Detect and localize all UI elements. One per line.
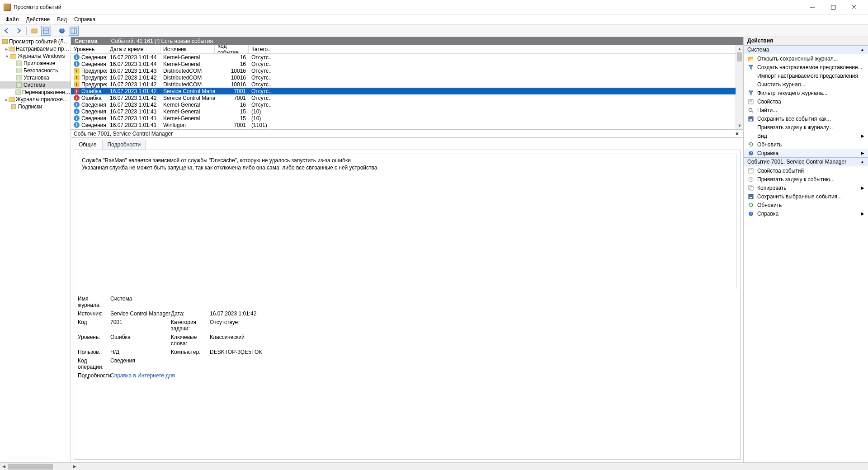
cell-level: Сведения bbox=[81, 61, 106, 67]
blank-icon bbox=[747, 132, 755, 140]
tree-setup[interactable]: Установка bbox=[0, 74, 71, 81]
cell-level: Сведения bbox=[81, 115, 106, 122]
back-button[interactable] bbox=[2, 26, 12, 36]
event-grid[interactable]: Уровень Дата и время Источник Код событи… bbox=[71, 45, 736, 129]
action-attach-task-log[interactable]: Привязать задачу к журналу... bbox=[744, 123, 868, 132]
table-row[interactable]: iСведения16.07.2023 1:01:42Kernel-Genera… bbox=[71, 101, 736, 108]
action-pane-button[interactable] bbox=[69, 26, 79, 36]
menu-file[interactable]: Файл bbox=[3, 15, 22, 24]
cell-level: Сведения bbox=[81, 122, 106, 128]
tree-system[interactable]: Система bbox=[0, 81, 71, 89]
svg-rect-19 bbox=[9, 98, 15, 102]
tree-horizontal-scrollbar[interactable]: ◀ ▶ bbox=[0, 462, 868, 470]
table-row[interactable]: iСведения16.07.2023 1:01:44Kernel-Genera… bbox=[71, 61, 736, 67]
log-icon bbox=[15, 75, 23, 81]
col-source[interactable]: Источник bbox=[160, 45, 215, 53]
action-find[interactable]: Найти... bbox=[744, 106, 868, 114]
action-save-all-events[interactable]: Сохранить все события как... bbox=[744, 114, 868, 123]
close-button[interactable] bbox=[844, 0, 864, 14]
minimize-button[interactable] bbox=[802, 0, 823, 14]
col-event-id[interactable]: Код события bbox=[215, 45, 249, 53]
copy-icon bbox=[747, 184, 755, 192]
grid-scrollbar[interactable]: ▲ ▼ bbox=[736, 45, 743, 129]
col-category[interactable]: Катего... bbox=[249, 45, 271, 53]
action-clear-log[interactable]: Очистить журнал... bbox=[744, 80, 868, 89]
action-filter-current-log[interactable]: Фильтр текущего журнала... bbox=[744, 89, 868, 97]
action-event-properties[interactable]: Свойства событий bbox=[744, 166, 868, 175]
action-save-selected[interactable]: Сохранить выбранные события... bbox=[744, 192, 868, 201]
tree-custom-views[interactable]: ▸ Настраиваемые представл bbox=[0, 45, 71, 52]
maximize-button[interactable] bbox=[823, 0, 844, 14]
grid-header[interactable]: Уровень Дата и время Источник Код событи… bbox=[71, 45, 736, 54]
tree-security[interactable]: Безопасность bbox=[0, 67, 71, 74]
table-row[interactable]: !Ошибка16.07.2023 1:01:42Service Control… bbox=[71, 94, 736, 101]
prop-value: Система bbox=[110, 296, 736, 308]
scroll-down-icon[interactable]: ▼ bbox=[736, 122, 743, 129]
tree-root[interactable]: Просмотр событий (Локальн bbox=[0, 38, 71, 45]
col-datetime[interactable]: Дата и время bbox=[107, 45, 160, 53]
expander-icon[interactable]: ▸ bbox=[5, 47, 9, 52]
level-icon: ! bbox=[74, 88, 80, 94]
scroll-thumb[interactable] bbox=[8, 464, 53, 470]
svg-point-24 bbox=[749, 108, 752, 111]
table-row[interactable]: iСведения16.07.2023 1:01:44Kernel-Genera… bbox=[71, 54, 736, 61]
menu-view[interactable]: Вид bbox=[54, 15, 70, 24]
arrow-right-icon: ▶ bbox=[861, 150, 864, 155]
cell-event-id: 7001 bbox=[215, 95, 249, 101]
cell-source: Winlogon bbox=[160, 122, 215, 128]
action-help-event[interactable]: ?Справка▶ bbox=[744, 209, 868, 218]
expander-icon[interactable]: ▸ bbox=[5, 97, 9, 102]
tree-application[interactable]: Приложение bbox=[0, 60, 71, 67]
tree-apps-services[interactable]: ▸ Журналы приложений и сл bbox=[0, 96, 71, 103]
table-row[interactable]: !Ошибка16.07.2023 1:01:42Service Control… bbox=[71, 88, 736, 94]
scroll-up-icon[interactable]: ▲ bbox=[736, 45, 743, 52]
table-row[interactable]: !Предупреж...16.07.2023 1:01:43Distribut… bbox=[71, 67, 736, 74]
tab-general[interactable]: Общие bbox=[74, 140, 101, 150]
scroll-right-icon[interactable]: ▶ bbox=[71, 464, 79, 469]
level-icon: i bbox=[74, 108, 80, 114]
actions-group-event[interactable]: Событие 7001, Service Control Manager▲ bbox=[744, 157, 868, 166]
tree-windows-logs[interactable]: ▾ Журналы Windows bbox=[0, 52, 71, 60]
properties-icon bbox=[747, 167, 755, 174]
action-refresh-event[interactable]: Обновить bbox=[744, 201, 868, 209]
action-create-custom-view[interactable]: Создать настраиваемое представление... bbox=[744, 63, 868, 71]
navigation-tree[interactable]: Просмотр событий (Локальн ▸ Настраиваемы… bbox=[0, 37, 71, 462]
action-import-custom-view[interactable]: Импорт настраиваемого представления bbox=[744, 71, 868, 80]
level-icon: i bbox=[74, 61, 80, 67]
table-row[interactable]: !Предупреж...16.07.2023 1:01:42Distribut… bbox=[71, 81, 736, 88]
forward-button[interactable] bbox=[14, 26, 24, 36]
actions-group-system[interactable]: Система▲ bbox=[744, 45, 868, 54]
folder-icon bbox=[9, 53, 17, 59]
show-hide-tree-button[interactable] bbox=[29, 26, 39, 36]
menu-bar: Файл Действие Вид Справка bbox=[0, 14, 868, 24]
action-copy[interactable]: Копировать▶ bbox=[744, 183, 868, 192]
scroll-thumb[interactable] bbox=[737, 52, 742, 61]
expander-icon[interactable]: ▾ bbox=[5, 54, 9, 59]
tree-forwarded[interactable]: Перенаправленные соб bbox=[0, 89, 71, 96]
col-level[interactable]: Уровень bbox=[71, 45, 107, 53]
action-attach-task-event[interactable]: Привязать задачу к событию... bbox=[744, 175, 868, 183]
svg-rect-17 bbox=[17, 82, 21, 88]
detail-close-button[interactable]: × bbox=[734, 131, 741, 137]
filter-icon bbox=[747, 64, 755, 71]
prop-label: Источник: bbox=[78, 310, 110, 317]
save-icon bbox=[747, 193, 755, 200]
scroll-left-icon[interactable]: ◀ bbox=[0, 464, 8, 469]
menu-help[interactable]: Справка bbox=[71, 15, 98, 24]
action-view-submenu[interactable]: Вид▶ bbox=[744, 132, 868, 140]
action-help[interactable]: ?Справка▶ bbox=[744, 149, 868, 157]
table-row[interactable]: !Предупреж...16.07.2023 1:01:42Distribut… bbox=[71, 74, 736, 81]
action-refresh[interactable]: Обновить bbox=[744, 140, 868, 149]
table-row[interactable]: iСведения16.07.2023 1:01:41Winlogon7001(… bbox=[71, 122, 736, 128]
table-row[interactable]: iСведения16.07.2023 1:01:41Kernel-Genera… bbox=[71, 108, 736, 115]
action-open-saved-log[interactable]: 📂Открыть сохраненный журнал... bbox=[744, 54, 868, 63]
tree-subscriptions[interactable]: Подписки bbox=[0, 103, 71, 110]
help-icon: ? bbox=[747, 150, 755, 157]
tab-details[interactable]: Подробности bbox=[102, 140, 146, 150]
preview-pane-button[interactable] bbox=[41, 26, 51, 36]
help-button[interactable]: ? bbox=[57, 26, 67, 36]
action-properties[interactable]: Свойства bbox=[744, 97, 868, 106]
table-row[interactable]: iСведения16.07.2023 1:01:41Kernel-Genera… bbox=[71, 115, 736, 122]
menu-action[interactable]: Действие bbox=[24, 15, 53, 24]
help-online-link[interactable]: Справка в Интернете для bbox=[110, 372, 175, 379]
